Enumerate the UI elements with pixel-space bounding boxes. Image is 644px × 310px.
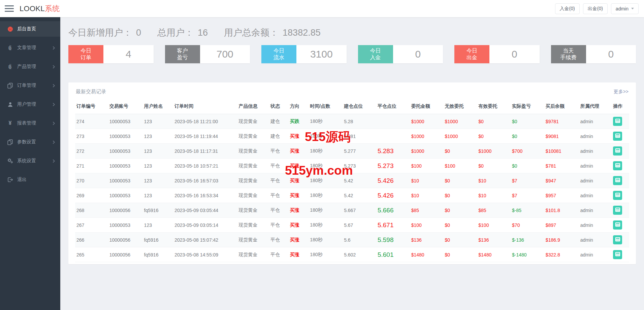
cell-valid: $10 — [477, 188, 511, 203]
cell-account: 10000056 — [108, 247, 143, 262]
cell-account: 10000053 — [108, 144, 143, 159]
list-icon — [615, 193, 620, 198]
order-detail-button[interactable] — [613, 161, 622, 170]
cell-order-time: 2023-05-16 16:53:34 — [173, 188, 237, 203]
cell-amount: $100 — [410, 218, 444, 233]
menu-toggle-icon[interactable] — [5, 5, 14, 12]
card-label: 今日入金 — [358, 45, 393, 63]
order-detail-button[interactable] — [613, 206, 622, 215]
cell-account: 10000053 — [108, 188, 143, 203]
cell-balance: $897 — [544, 218, 579, 233]
more-link[interactable]: 更多>> — [614, 89, 629, 95]
cell-balance: $781 — [544, 159, 579, 173]
panel-title: 最新交易记录 — [76, 89, 106, 95]
sidebar-item-文章管理[interactable]: B文章管理 — [0, 40, 60, 56]
chevron-right-icon — [53, 140, 55, 144]
bitcoin-icon: B — [7, 64, 13, 69]
order-detail-button[interactable] — [613, 250, 622, 259]
user-menu-label: admin — [616, 6, 629, 11]
cell-product: 现货黄金 — [237, 129, 269, 144]
cell-agent: admin — [579, 247, 612, 262]
cell-direction: 买跌 — [289, 114, 309, 129]
withdraw-button[interactable]: 出金(0) — [583, 3, 608, 14]
cell-close-point: 5.273 — [376, 159, 410, 173]
cell-amount: $10 — [410, 188, 444, 203]
order-detail-button[interactable] — [613, 220, 622, 230]
cell-close-point: 5.283 — [376, 144, 410, 159]
sidebar-item-label: 用户管理 — [17, 101, 36, 107]
cell-duration: 180秒 — [309, 203, 343, 218]
cell-operation — [612, 144, 629, 159]
sidebar-item-报表管理[interactable]: ¥报表管理 — [0, 115, 60, 131]
stat-item: 用户总余额：18382.85 — [224, 27, 321, 39]
cell-amount: $1000 — [410, 144, 444, 159]
cell-operation — [612, 129, 629, 144]
cell-account: 10000053 — [108, 173, 143, 188]
chevron-right-icon — [53, 84, 55, 88]
cell-user-name: 123 — [143, 159, 173, 173]
cell-close-point — [376, 129, 410, 144]
logo-text: LOOKL — [20, 4, 45, 13]
cell-status: 建仓 — [269, 114, 289, 129]
card-value: 3100 — [296, 45, 347, 63]
main-content: 今日新增用户：0总用户：16用户总余额：18382.85 今日订单4客户盈亏70… — [60, 27, 644, 264]
sidebar-item-用户管理[interactable]: 用户管理 — [0, 97, 60, 112]
cell-profit: $70 — [511, 218, 544, 233]
cell-balance: $186.9 — [544, 233, 579, 247]
latest-trades-panel: 最新交易记录 更多>> 订单编号交易账号用户姓名订单时间产品信息状态方向时间/点… — [68, 82, 636, 264]
cell-valid: $0 — [477, 129, 511, 144]
cell-user-name: fq5916 — [143, 233, 173, 247]
sidebar-item-系统设置[interactable]: 系统设置 — [0, 153, 60, 169]
sidebar-item-label: 系统设置 — [17, 158, 36, 164]
cell-product: 现货黄金 — [237, 144, 269, 159]
card-label: 今日流水 — [261, 45, 296, 63]
cell-valid: $85 — [477, 203, 511, 218]
cell-profit: $7 — [511, 188, 544, 203]
sidebar-menu: 后台首页B文章管理B产品管理订单管理用户管理¥报表管理参数设置系统设置退出 — [0, 17, 60, 187]
list-icon — [615, 148, 620, 154]
cell-invalid: $0 — [444, 218, 477, 233]
sidebar-item-退出[interactable]: 退出 — [0, 172, 60, 187]
sidebar: 后台首页B文章管理B产品管理订单管理用户管理¥报表管理参数设置系统设置退出 — [0, 17, 60, 310]
cell-direction: 买涨 — [289, 203, 309, 218]
stat-value: 18382.85 — [283, 28, 321, 38]
cell-open-point: 5.42 — [343, 188, 376, 203]
user-menu-button[interactable]: admin — [611, 3, 639, 14]
list-icon — [615, 178, 620, 183]
cell-account: 10000053 — [108, 159, 143, 173]
stat-label: 总用户： — [157, 27, 194, 39]
sidebar-item-后台首页[interactable]: 后台首页 — [0, 21, 60, 37]
cell-direction: 买涨 — [289, 173, 309, 188]
cell-order-id: 266 — [75, 233, 108, 247]
column-header: 有效委托 — [477, 100, 511, 114]
cell-profit: $-1480 — [511, 247, 544, 262]
order-detail-button[interactable] — [613, 117, 622, 126]
app-logo: LOOKL系统 — [20, 4, 60, 14]
cell-balance: $101.8 — [544, 203, 579, 218]
order-detail-button[interactable] — [613, 146, 622, 156]
chevron-right-icon — [53, 65, 55, 69]
cell-valid: $1480 — [477, 247, 511, 262]
deposit-button[interactable]: 入金(0) — [555, 3, 580, 14]
order-detail-button[interactable] — [613, 235, 622, 244]
order-detail-button[interactable] — [613, 191, 622, 200]
order-detail-button[interactable] — [613, 176, 622, 185]
cell-direction: 买涨 — [289, 129, 309, 144]
sidebar-item-参数设置[interactable]: 参数设置 — [0, 134, 60, 150]
cell-amount: $100 — [410, 159, 444, 173]
cell-status: 平仓 — [269, 247, 289, 262]
cell-profit: $0 — [511, 129, 544, 144]
cell-open-point: 5.273 — [343, 159, 376, 173]
cell-duration: 180秒 — [309, 159, 343, 173]
cell-order-id: 270 — [75, 173, 108, 188]
stat-label: 今日新增用户： — [68, 27, 132, 39]
stat-card-今日订单: 今日订单4 — [68, 45, 154, 63]
cell-profit: $-136 — [511, 233, 544, 247]
sidebar-item-产品管理[interactable]: B产品管理 — [0, 59, 60, 74]
dashboard-icon — [7, 26, 13, 32]
sidebar-item-订单管理[interactable]: 订单管理 — [0, 78, 60, 93]
svg-text:B: B — [8, 64, 11, 69]
sidebar-item-label: 产品管理 — [17, 64, 36, 70]
cell-order-id: 272 — [75, 144, 108, 159]
order-detail-button[interactable] — [613, 132, 622, 141]
